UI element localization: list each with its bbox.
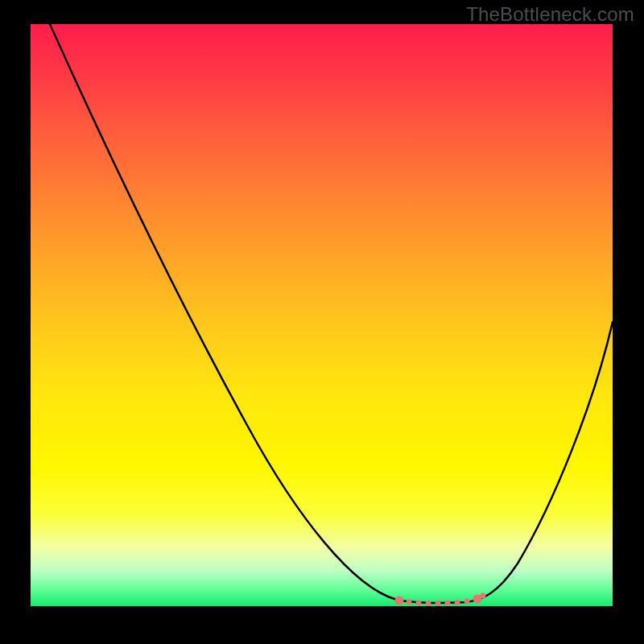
band-dot bbox=[416, 601, 422, 606]
curve-svg bbox=[31, 24, 613, 606]
bottleneck-curve-path bbox=[50, 24, 613, 603]
band-dot bbox=[426, 601, 431, 606]
watermark-label: TheBottleneck.com bbox=[466, 3, 634, 26]
band-dot bbox=[436, 601, 441, 606]
band-dot bbox=[407, 600, 412, 605]
band-dot bbox=[455, 600, 460, 605]
band-dot bbox=[481, 593, 486, 599]
plot-area bbox=[31, 24, 613, 606]
band-dot bbox=[445, 601, 451, 606]
chart-frame: TheBottleneck.com bbox=[0, 0, 644, 644]
band-dot bbox=[464, 599, 470, 605]
optimal-band bbox=[395, 593, 486, 607]
band-endpoint-dot bbox=[395, 597, 404, 605]
